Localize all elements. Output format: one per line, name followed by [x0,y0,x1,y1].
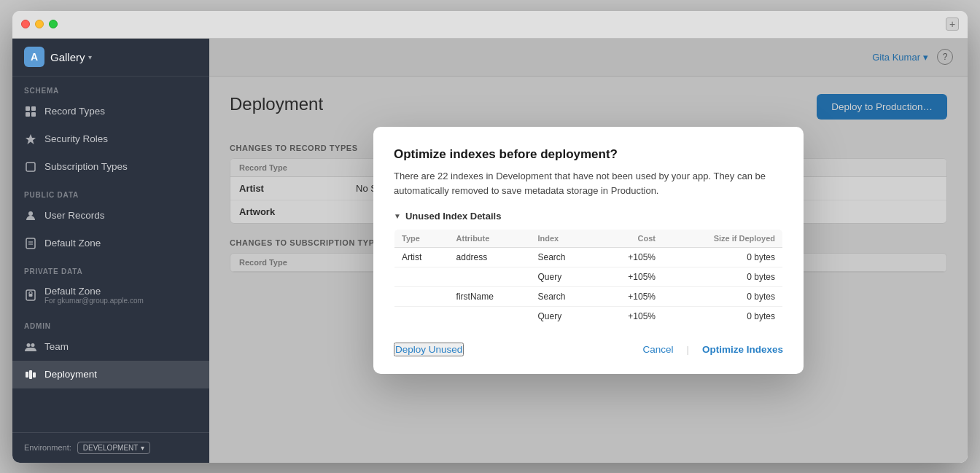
col-cost: Cost [596,230,663,248]
cell-type [394,267,449,287]
dialog-action-right: Cancel | Optimize Indexes [643,344,783,355]
sidebar-item-label: User Records [44,210,105,221]
cell-size: 0 bytes [663,267,783,287]
sidebar-item-label: Subscription Types [44,161,128,172]
sidebar-item-deployment[interactable]: Deployment [12,361,209,388]
environment-label: Environment: [24,443,71,452]
app-header[interactable]: A Gallery ▾ [12,39,209,77]
svg-point-12 [27,343,31,347]
cell-cost: +105% [596,248,663,267]
col-index: Index [530,230,596,248]
sidebar-item-label: Team [44,341,69,352]
cell-cost: +105% [596,307,663,327]
cell-type: Artist [394,248,449,267]
modal-overlay: Optimize indexes before deployment? Ther… [209,39,968,463]
sidebar-item-default-zone-public[interactable]: Default Zone [12,230,209,257]
cell-index: Search [530,248,596,267]
section-label-private-data: Private Data [12,257,209,278]
index-details-toggle[interactable]: ▼ Unused Index Details [394,211,783,222]
minimize-button[interactable] [35,20,44,28]
sidebar-item-default-zone-private[interactable]: Default Zone For gkumar@group.apple.com [12,278,209,312]
sidebar-item-with-sub: Default Zone For gkumar@group.apple.com [44,286,144,305]
person-icon [24,209,37,222]
svg-rect-14 [26,372,28,378]
deployment-icon [24,368,37,381]
environment-bar: Environment: DEVELOPMENT ▾ [12,432,209,463]
sidebar-item-label: Default Zone [44,286,144,297]
deploy-unused-button[interactable]: Deploy Unused [394,343,464,356]
svg-rect-11 [29,294,33,297]
section-label-public-data: Public Data [12,181,209,202]
table-row: firstName Search +105% 0 bytes [394,287,783,307]
triangle-down-icon: ▼ [394,212,401,220]
cell-attribute: firstName [449,287,531,307]
sidebar-item-label: Deployment [44,369,97,380]
svg-rect-3 [31,112,36,117]
svg-marker-4 [26,134,36,144]
sidebar-item-label: Default Zone [44,238,101,249]
lock-doc-icon [24,289,37,302]
close-button[interactable] [21,20,30,28]
square-icon [24,160,37,173]
cell-index: Search [530,287,596,307]
dialog: Optimize indexes before deployment? Ther… [373,127,804,374]
cell-type [394,287,449,307]
cancel-button[interactable]: Cancel [643,344,674,355]
app-dropdown-arrow: ▾ [88,53,92,61]
col-attribute: Attribute [449,230,531,248]
svg-rect-7 [26,238,35,249]
traffic-lights [21,20,58,28]
table-row: Artist address Search +105% 0 bytes [394,248,783,267]
environment-value: DEVELOPMENT [83,444,139,452]
grid-icon [24,105,37,118]
cell-size: 0 bytes [663,287,783,307]
svg-rect-0 [26,106,30,111]
sidebar-item-label: Record Types [44,106,105,117]
svg-rect-2 [26,112,30,117]
sidebar-item-team[interactable]: Team [12,333,209,361]
dialog-actions: Deploy Unused Cancel | Optimize Indexes [394,343,783,356]
cell-cost: +105% [596,287,663,307]
titlebar: + [12,11,968,39]
sidebar-item-user-records[interactable]: User Records [12,202,209,230]
cell-attribute [449,267,531,287]
svg-rect-1 [31,106,36,111]
svg-point-6 [28,211,33,216]
main-layout: A Gallery ▾ Schema Record Types Security… [12,39,968,463]
table-row: Query +105% 0 bytes [394,267,783,287]
col-type: Type [394,230,449,248]
svg-rect-16 [33,372,36,378]
environment-badge[interactable]: DEVELOPMENT ▾ [77,442,151,454]
optimize-indexes-button[interactable]: Optimize Indexes [702,344,783,355]
sidebar-item-label: Security Roles [44,133,108,144]
sidebar-item-record-types[interactable]: Record Types [12,98,209,125]
cell-size: 0 bytes [663,307,783,327]
cell-index: Query [530,267,596,287]
section-label-admin: Admin [12,312,209,333]
svg-rect-5 [26,163,35,171]
cell-index: Query [530,307,596,327]
app-name: Gallery [50,51,85,63]
table-row: Query +105% 0 bytes [394,307,783,327]
app-icon: A [24,47,44,67]
sidebar-item-sub: For gkumar@group.apple.com [44,297,144,305]
sidebar-item-security-roles[interactable]: Security Roles [12,125,209,153]
col-size: Size if Deployed [663,230,783,248]
add-tab-button[interactable]: + [946,17,959,31]
svg-point-13 [31,343,35,347]
cell-attribute [449,307,531,327]
app-window: + A Gallery ▾ Schema Record Types [12,11,968,463]
sidebar-item-subscription-types[interactable]: Subscription Types [12,153,209,181]
section-label-schema: Schema [12,77,209,98]
sidebar: A Gallery ▾ Schema Record Types Security… [12,39,209,463]
section-toggle-label: Unused Index Details [405,211,501,222]
doc-icon [24,237,37,250]
cell-attribute: address [449,248,531,267]
content-area: Gita Kumar ▾ ? Deployment Deploy to Prod… [209,39,968,463]
cell-type [394,307,449,327]
maximize-button[interactable] [49,20,58,28]
star-icon [24,133,37,146]
cell-size: 0 bytes [663,248,783,267]
cell-cost: +105% [596,267,663,287]
dialog-title: Optimize indexes before deployment? [394,147,783,162]
